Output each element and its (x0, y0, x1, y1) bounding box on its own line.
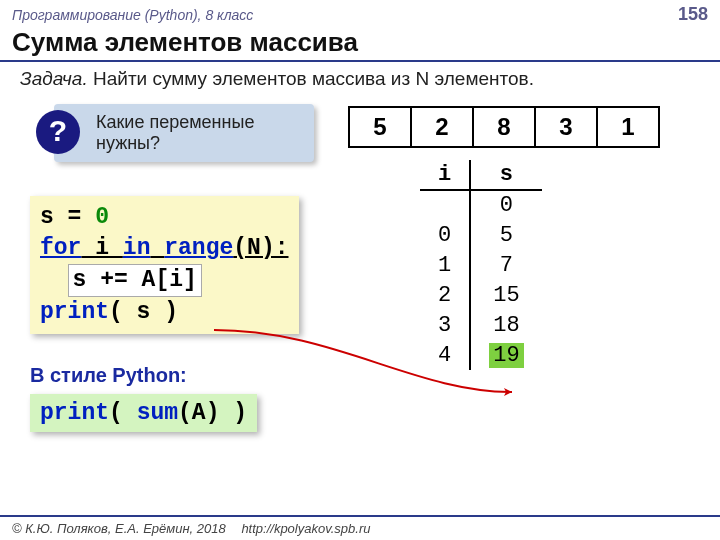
content-area: ? Какие переменные нужны? 5 2 8 3 1 s = … (0, 96, 720, 486)
question-callout: ? Какие переменные нужны? (54, 104, 314, 162)
array-cell: 3 (535, 107, 597, 147)
task-block: Задача. Найти сумму элементов массива из… (0, 62, 720, 96)
python-style-label: В стиле Python: (30, 364, 187, 387)
page-number: 158 (678, 4, 708, 25)
code-block-main: s = 0 for i in range(N): s += A[i] print… (30, 196, 299, 334)
result-highlight: 19 (489, 343, 523, 368)
copyright-text: © К.Ю. Поляков, Е.А. Ерёмин, 2018 (12, 521, 226, 536)
code-highlight: s += A[i] (68, 264, 202, 297)
task-text: Найти сумму элементов массива из N элеме… (93, 68, 534, 89)
task-label: Задача. (20, 68, 88, 89)
trace-header: i (420, 160, 470, 190)
array-cell: 2 (411, 107, 473, 147)
subject-text: Программирование (Python), 8 класс (12, 7, 253, 23)
callout-text: Какие переменные нужны? (96, 112, 254, 153)
question-mark-icon: ? (36, 110, 80, 154)
trace-header: s (470, 160, 541, 190)
slide-header: Программирование (Python), 8 класс 158 (0, 0, 720, 27)
slide-footer: © К.Ю. Поляков, Е.А. Ерёмин, 2018 http:/… (0, 515, 720, 540)
array-table: 5 2 8 3 1 (348, 106, 660, 148)
array-cell: 8 (473, 107, 535, 147)
footer-link[interactable]: http://kpolyakov.spb.ru (241, 521, 370, 536)
array-cell: 1 (597, 107, 659, 147)
array-cell: 5 (349, 107, 411, 147)
slide-title: Сумма элементов массива (0, 27, 720, 62)
trace-table: i s 0 05 17 215 318 419 (420, 160, 542, 370)
code-block-pythonic: print( sum(A) ) (30, 394, 257, 432)
